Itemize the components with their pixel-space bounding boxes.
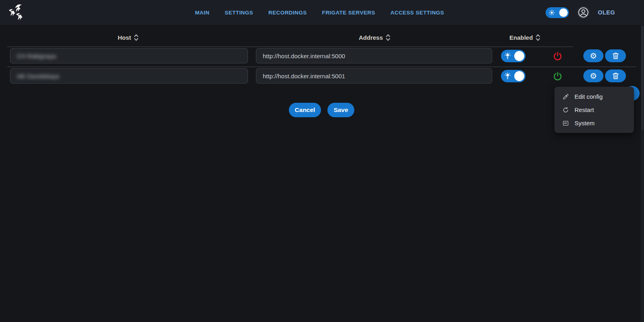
row-divider — [7, 67, 636, 67]
enabled-toggle-knob — [514, 71, 524, 81]
menu-item-restart[interactable]: Restart — [554, 103, 634, 116]
lightbulb-icon — [504, 52, 511, 60]
nav-settings[interactable]: SETTINGS — [225, 10, 253, 16]
trash-icon — [612, 52, 619, 60]
column-header-host[interactable]: Host — [118, 34, 139, 41]
delete-server-button[interactable] — [605, 49, 626, 62]
system-icon — [562, 120, 569, 126]
address-column-label: Address — [359, 34, 383, 41]
nav-main[interactable]: MAIN — [195, 10, 209, 16]
sun-icon — [549, 10, 555, 16]
scrollbar-thumb[interactable] — [641, 26, 644, 130]
header-right-controls: OLEG — [546, 0, 615, 25]
trash-icon — [612, 72, 619, 80]
main-nav: MAIN SETTINGS RECORDINGS FRIGATE SERVERS… — [195, 0, 444, 25]
menu-item-system[interactable]: System — [554, 116, 634, 130]
enabled-toggle-knob — [514, 51, 524, 61]
power-status-icon — [553, 71, 562, 81]
enabled-toggle[interactable] — [501, 50, 525, 62]
header-divider — [7, 47, 573, 47]
menu-item-label: Edit config — [574, 93, 603, 100]
gear-icon: ⚙ — [590, 52, 597, 60]
column-header-address[interactable]: Address — [359, 34, 391, 41]
cancel-button[interactable]: Cancel — [289, 103, 321, 117]
theme-toggle-knob — [559, 8, 568, 17]
host-column-label: Host — [118, 34, 131, 41]
host-value-blurred: AB Zavodskaya — [17, 73, 59, 79]
enabled-column-label: Enabled — [509, 34, 533, 41]
nav-recordings[interactable]: RECORDINGS — [268, 10, 307, 16]
nav-access-settings[interactable]: ACCESS SETTINGS — [390, 10, 444, 16]
edit-icon — [562, 94, 569, 100]
user-avatar[interactable] — [577, 6, 590, 19]
save-button[interactable]: Save — [327, 103, 354, 117]
host-value-blurred: CH Rabignaya — [17, 53, 56, 59]
enabled-toggle[interactable] — [501, 70, 525, 82]
menu-item-label: System — [574, 120, 595, 126]
restart-icon — [562, 107, 569, 113]
username-label[interactable]: OLEG — [598, 9, 615, 16]
lightbulb-icon — [504, 72, 511, 80]
nav-frigate-servers[interactable]: FRIGATE SERVERS — [322, 10, 375, 16]
address-input[interactable] — [256, 68, 492, 84]
host-input[interactable]: AB Zavodskaya — [10, 68, 248, 84]
menu-item-edit-config[interactable]: Edit config — [554, 90, 634, 103]
address-input[interactable] — [256, 48, 492, 63]
server-settings-button[interactable]: ⚙ — [583, 69, 603, 82]
theme-toggle[interactable] — [546, 7, 569, 18]
menu-item-label: Restart — [574, 106, 594, 113]
power-status-icon — [553, 51, 562, 61]
person-icon — [577, 6, 589, 18]
server-settings-menu: Edit config Restart System — [554, 87, 634, 133]
delete-server-button[interactable] — [605, 69, 626, 82]
sort-icon — [535, 34, 541, 41]
sort-icon — [385, 34, 391, 41]
server-settings-button[interactable]: ⚙ — [583, 49, 603, 62]
top-navbar: MAIN SETTINGS RECORDINGS FRIGATE SERVERS… — [0, 0, 644, 25]
vertical-scrollbar[interactable] — [641, 0, 644, 322]
gear-icon: ⚙ — [590, 72, 597, 80]
host-input[interactable]: CH Rabignaya — [10, 48, 248, 63]
sort-icon — [133, 34, 139, 41]
column-header-enabled[interactable]: Enabled — [509, 34, 541, 41]
frigate-birds-logo[interactable] — [6, 3, 25, 22]
